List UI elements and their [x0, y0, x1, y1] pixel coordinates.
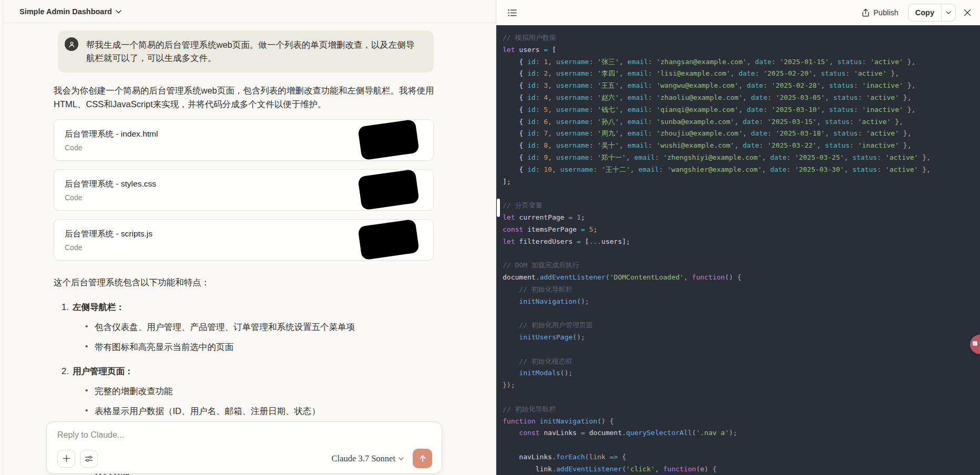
- code-line: ];: [503, 176, 980, 188]
- user-message-text: 帮我生成一个简易的后台管理系统web页面。做一个列表的单页增删改查，以及左侧导航…: [86, 40, 414, 63]
- code-line: initUsersPage();: [503, 332, 980, 344]
- code-line: [503, 344, 980, 356]
- code-line: { id: 7, username: '周九', email: 'zhoujiu…: [503, 128, 980, 140]
- copy-options-button[interactable]: [941, 4, 955, 21]
- conversation-title: Simple Admin Dashboard: [19, 7, 112, 16]
- feature-section-title: 用户管理页面：: [73, 365, 134, 377]
- code-line: document.addEventListener('DOMContentLoa…: [503, 272, 980, 284]
- code-line: { id: 1, username: '张三', email: 'zhangsa…: [503, 56, 980, 68]
- close-artifact-button[interactable]: [964, 9, 971, 16]
- feature-item: 带有图标和高亮显示当前选中的页面: [54, 340, 443, 353]
- code-line: let users = [: [503, 44, 980, 56]
- code-line: // 初始化导航栏: [503, 284, 980, 296]
- reply-composer[interactable]: Reply to Claude... Claude 3.7 Sonnet: [46, 421, 442, 474]
- user-message-bubble: 帮我生成一个简易的后台管理系统web页面。做一个列表的单页增删改查，以及左侧导航…: [58, 30, 434, 73]
- chevron-down-icon: [116, 10, 121, 14]
- code-line: // 模拟用户数据: [503, 32, 980, 44]
- share-icon: [862, 8, 870, 17]
- artifact-thumbnail: [358, 119, 420, 160]
- code-line: // 初始化导航栏: [503, 404, 980, 416]
- feature-section-title: 左侧导航栏：: [73, 301, 125, 313]
- artifact-thumbnail: [358, 219, 420, 260]
- reply-input[interactable]: Reply to Claude...: [57, 430, 432, 440]
- sliders-icon: [85, 455, 93, 462]
- code-line: { id: 9, username: '郑十一', email: 'zhengs…: [503, 152, 980, 164]
- code-line: });: [503, 379, 980, 391]
- code-line: navLinks.forEach(link => {: [503, 451, 980, 463]
- feature-item: 表格显示用户数据（ID、用户名、邮箱、注册日期、状态）: [54, 405, 443, 417]
- chat-header: Simple Admin Dashboard: [3, 0, 496, 23]
- code-line: link.addEventListener('click', function(…: [503, 463, 980, 475]
- code-line: initNavigation();: [503, 296, 980, 308]
- publish-button[interactable]: Publish: [862, 8, 899, 17]
- code-line: initModals();: [503, 367, 980, 379]
- chat-message-list[interactable]: 帮我生成一个简易的后台管理系统web页面。做一个列表的单页增删改查，以及左侧导航…: [3, 24, 496, 475]
- code-line: { id: 10, username: '王十二', email: 'wangs…: [503, 164, 980, 176]
- chevron-down-icon: [399, 457, 404, 460]
- code-line: [503, 439, 980, 451]
- code-line: const itemsPerPage = 5;: [503, 224, 980, 236]
- user-avatar: [65, 37, 78, 51]
- chat-panel: Simple Admin Dashboard 帮我生成一个简易的后台管理系统we…: [0, 0, 496, 475]
- feature-item: 包含仪表盘、用户管理、产品管理、订单管理和系统设置五个菜单项: [54, 321, 443, 333]
- person-icon: [68, 41, 75, 48]
- code-line: // 初始化模态框: [503, 356, 980, 368]
- claude-app-window: Simple Admin Dashboard 帮我生成一个简易的后台管理系统we…: [0, 0, 980, 475]
- code-line: let currentPage = 1;: [503, 212, 980, 224]
- code-line: const navLinks = document.querySelectorA…: [503, 427, 980, 439]
- code-line: { id: 4, username: '赵六', email: 'zhaoliu…: [503, 92, 980, 104]
- publish-label: Publish: [873, 8, 899, 17]
- model-name: Claude 3.7 Sonnet: [332, 453, 395, 464]
- code-line: { id: 6, username: '孙八', email: 'sunba@e…: [503, 116, 980, 128]
- code-viewer[interactable]: // 模拟用户数据let users = [ { id: 1, username…: [496, 25, 980, 475]
- artifact-header: Publish Copy: [496, 0, 980, 25]
- code-line: // 分页变量: [503, 200, 980, 212]
- code-line: { id: 2, username: '李四', email: 'lisi@ex…: [503, 68, 980, 80]
- close-icon: [964, 9, 971, 16]
- code-line: [503, 391, 980, 404]
- code-line: let filteredUsers = [...users];: [503, 236, 980, 248]
- code-line: { id: 8, username: '吴十', email: 'wushi@e…: [503, 140, 980, 152]
- code-line: // 初始化用户管理页面: [503, 319, 980, 332]
- code-line: [503, 247, 980, 260]
- conversation-title-menu[interactable]: Simple Admin Dashboard: [19, 7, 121, 16]
- copy-split-button: Copy: [908, 4, 956, 22]
- feature-item: 完整的增删改查功能: [54, 385, 443, 397]
- list-number: 1.: [62, 301, 73, 313]
- code-line: { id: 3, username: '王五', email: 'wangwu@…: [503, 80, 980, 92]
- features-intro-text: 这个后台管理系统包含以下功能和特点：: [54, 275, 443, 289]
- attach-button[interactable]: [57, 450, 75, 468]
- artifact-panel: Publish Copy // 模拟用户数据let users = [ { id…: [496, 0, 980, 475]
- plus-icon: [63, 455, 70, 462]
- assistant-intro-text: 我会为你创建一个简易的后台管理系统web页面，包含列表的增删改查功能和左侧导航栏…: [54, 84, 443, 111]
- artifact-card-scripts-js[interactable]: 后台管理系统 - scripts.js Code: [54, 219, 434, 261]
- code-line: function initNavigation() {: [503, 416, 980, 428]
- chevron-down-icon: [946, 11, 951, 14]
- code-line: { id: 5, username: '钱七', email: 'qianqi@…: [503, 104, 980, 116]
- model-selector[interactable]: Claude 3.7 Sonnet: [332, 453, 404, 464]
- code-line: // DOM 加载完成后执行: [503, 260, 980, 272]
- copy-button[interactable]: Copy: [908, 4, 941, 21]
- code-line: [503, 188, 980, 200]
- tools-button[interactable]: [80, 450, 98, 468]
- arrow-up-icon: [419, 455, 426, 462]
- artifact-card-styles-css[interactable]: 后台管理系统 - styles.css Code: [54, 169, 434, 211]
- artifact-list-button[interactable]: [508, 9, 517, 17]
- send-button[interactable]: [413, 449, 432, 468]
- panel-resize-handle[interactable]: [497, 199, 500, 217]
- list-number: 2.: [62, 365, 73, 377]
- artifact-card-index-html[interactable]: 后台管理系统 - index.html Code: [54, 119, 434, 161]
- feature-section-sidebar: 1. 左侧导航栏： 包含仪表盘、用户管理、产品管理、订单管理和系统设置五个菜单项…: [54, 301, 443, 353]
- list-icon: [508, 9, 517, 17]
- code-line: [503, 307, 980, 319]
- artifact-thumbnail: [358, 169, 420, 210]
